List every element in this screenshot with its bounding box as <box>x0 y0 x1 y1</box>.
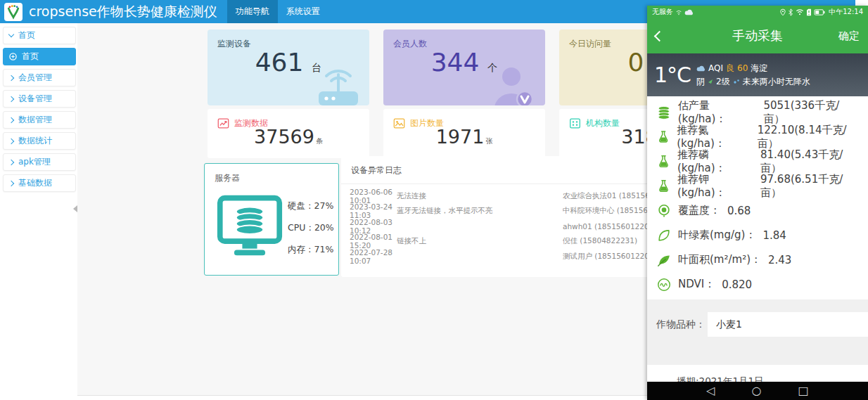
divider <box>647 337 868 365</box>
chlorophyll-leaf-icon <box>656 228 672 243</box>
chevron-right-icon <box>8 138 14 143</box>
bluetooth-icon <box>788 8 793 16</box>
count-card-monitor-data: 监测数据 37569条 <box>208 109 369 158</box>
aqi-value: 60 <box>737 62 748 75</box>
android-back-icon[interactable]: ◁ <box>706 385 715 396</box>
cloud-icon <box>684 9 694 15</box>
chevron-right-icon <box>8 159 14 164</box>
app-title: cropsense作物长势健康检测仪 <box>29 3 217 21</box>
chevron-down-icon <box>8 32 14 37</box>
android-recent-icon[interactable]: □ <box>798 385 809 396</box>
sidebar: 首页 首页 会员管理 设备管理 数据管理 数据统计 apk管理 <box>3 27 76 195</box>
metric-row-ndvi: NDVI：0.820 <box>647 272 868 297</box>
chevron-right-icon <box>8 96 14 101</box>
header-tabs: 功能导航 系统设置 <box>227 0 328 23</box>
stat-card-members: 会员人数 344个 <box>383 30 545 105</box>
sidebar-item-home-active[interactable]: 首页 <box>3 48 76 65</box>
wind-icon <box>708 79 713 84</box>
sidebar-item-data-mgmt[interactable]: 数据管理 <box>3 111 76 129</box>
sidebar-item-members[interactable]: 会员管理 <box>3 69 76 86</box>
raindrop-icon <box>733 79 740 84</box>
sidebar-collapse-icon[interactable] <box>73 205 77 212</box>
count-card-images: 图片数量 1971张 <box>383 109 545 158</box>
weather-banner: 1°C AQI 良 60 海淀 阴 2级 <box>647 53 868 96</box>
chevron-right-icon <box>8 75 14 80</box>
metric-row-chlorophyll: 叶绿素(mg/g)：1.84 <box>647 223 868 247</box>
mobile-page-title: 手动采集 <box>647 27 868 44</box>
metric-row-nitrogen: 推荐氮(kg/ha)：122.10(8.14千克/亩） <box>647 124 868 149</box>
aqi-grade: 良 <box>726 62 734 75</box>
server-panel: 服务器 硬盘：27% CPU：20% 内存：71% <box>204 163 339 276</box>
sidebar-item-base-data[interactable]: 基础数据 <box>3 174 76 192</box>
carrier-label: 无服务 <box>652 7 673 17</box>
screen: cropsense作物长势健康检测仪 功能导航 系统设置 首页 首页 会员管理 … <box>0 0 868 400</box>
rain-forecast-label: 未来两小时无降水 <box>743 75 810 89</box>
android-home-icon[interactable]: ○ <box>752 385 762 396</box>
metric-row-yield: 估产量(kg/ha)：5051(336千克/亩） <box>647 100 868 124</box>
battery-icon <box>814 9 825 15</box>
district-label: 海淀 <box>751 62 767 75</box>
chevron-right-icon <box>8 117 14 122</box>
metric-row-coverage: 覆盖度：0.68 <box>647 198 868 223</box>
leaf-area-icon <box>656 252 672 268</box>
weather-cloud-icon <box>696 65 706 72</box>
divider <box>647 299 868 312</box>
crop-variety-input[interactable]: 小麦1 <box>708 312 868 337</box>
wifi-off-icon <box>675 9 682 15</box>
tab-system-settings[interactable]: 系统设置 <box>278 0 328 23</box>
wind-label: 2级 <box>716 75 730 89</box>
server-stats: 硬盘：27% CPU：20% 内存：71% <box>288 200 334 266</box>
wifi-icon <box>796 8 804 15</box>
confirm-button[interactable]: 确定 <box>838 30 860 43</box>
clock-label: 中午12:14 <box>829 7 863 17</box>
metric-list: 估产量(kg/ha)：5051(336千克/亩） 推荐氮(kg/ha)：122.… <box>647 96 868 299</box>
crop-variety-row: 作物品种： 小麦1 <box>647 312 868 337</box>
chevron-right-icon <box>8 180 14 186</box>
yield-database-icon <box>656 105 672 120</box>
member-icon <box>483 65 540 105</box>
coverage-icon <box>656 203 672 219</box>
cropsense-logo-icon <box>4 3 23 21</box>
tab-function-nav[interactable]: 功能导航 <box>227 0 278 23</box>
mobile-nav-bar: 手动采集 确定 <box>647 18 868 53</box>
sidebar-item-data-stats[interactable]: 数据统计 <box>3 132 76 150</box>
circle-plus-icon <box>9 53 17 60</box>
potassium-flask-icon <box>656 179 671 194</box>
server-monitor-icon <box>216 195 283 258</box>
location-icon <box>780 8 786 16</box>
metric-row-leaf-area: 叶面积(m²/m²)：2.43 <box>647 247 868 272</box>
mobile-app: 无服务 中午12:14 <box>647 6 868 400</box>
sidebar-item-apk-mgmt[interactable]: apk管理 <box>3 153 76 171</box>
metric-row-potassium: 推荐钾(kg/ha)：97.68(6.51千克/亩） <box>647 174 868 198</box>
stat-card-devices: 监测设备 461台 <box>208 30 369 105</box>
phosphorus-flask-icon <box>656 154 671 169</box>
router-icon <box>313 69 364 105</box>
sidebar-item-devices[interactable]: 设备管理 <box>3 90 76 108</box>
mobile-status-bar: 无服务 中午12:14 <box>647 6 868 18</box>
sim-alert-icon <box>806 8 812 16</box>
metric-row-phosphorus: 推荐磷(kg/ha)：81.40(5.43千克/亩） <box>647 149 868 174</box>
ndvi-wave-icon <box>656 277 672 292</box>
crop-variety-label: 作物品种： <box>647 312 708 337</box>
condition-label: 阴 <box>696 75 705 89</box>
android-nav-bar: ◁ ○ □ <box>647 382 868 400</box>
temperature-label: 1°C <box>654 63 691 87</box>
sidebar-group-home[interactable]: 首页 <box>3 27 76 44</box>
nitrogen-flask-icon <box>656 129 670 145</box>
